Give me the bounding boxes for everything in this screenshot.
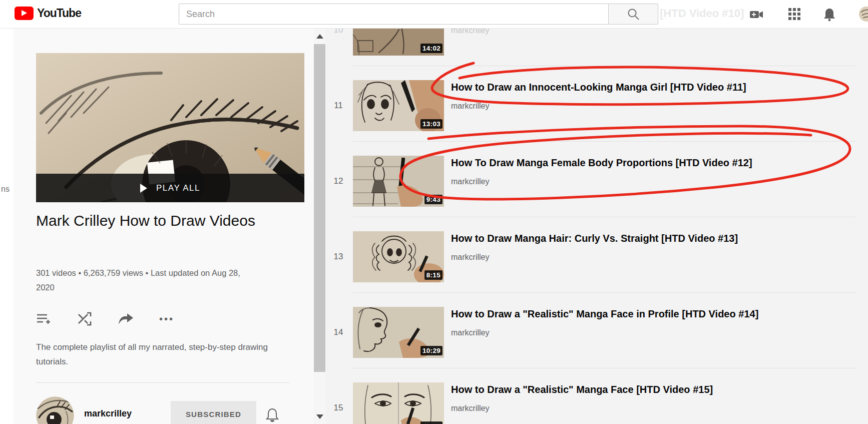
apps-grid-icon[interactable]	[788, 8, 802, 22]
playlist-thumbnail[interactable]: PLAY ALL	[36, 53, 304, 202]
video-thumbnail[interactable]: 13:03	[353, 80, 444, 131]
video-thumbnail[interactable]: 10:22	[353, 382, 444, 424]
video-row: 13 8:15 How to Draw Manga Hair: Curly Vs…	[325, 231, 868, 282]
subscribed-button[interactable]: SUBSCRIBED	[171, 401, 256, 424]
scroll-up-arrow[interactable]	[316, 34, 323, 39]
video-duration-badge: 9:43	[424, 195, 443, 204]
scrollbar-thumb[interactable]	[314, 44, 325, 372]
video-title[interactable]: How to Draw an Innocent-Looking Manga Gi…	[451, 82, 861, 93]
video-index: 12	[329, 176, 347, 186]
video-row: 15 10:22 How to Draw a "Realistic" Manga…	[325, 382, 868, 424]
panel-scrollbar[interactable]	[314, 28, 325, 424]
shuffle-icon[interactable]	[77, 311, 92, 326]
playlist-title: Mark Crilley How to Draw Videos	[36, 210, 256, 231]
scroll-down-arrow[interactable]	[316, 414, 323, 419]
channel-name[interactable]: markcrilley	[84, 408, 132, 419]
row-divider	[353, 217, 856, 217]
notification-bell-outline-icon[interactable]	[265, 407, 280, 422]
video-channel[interactable]: markcrilley	[451, 177, 489, 186]
more-actions-icon[interactable]: •••	[159, 311, 174, 326]
ghost-tooltip-text: [HTD Video #10]	[660, 7, 744, 20]
video-row: 11 13:03 How to Draw an Innocent-Looking…	[325, 80, 868, 131]
divider	[36, 382, 289, 383]
video-title[interactable]: How to Draw Manga Hair: Curly Vs. Straig…	[451, 233, 861, 244]
row-divider	[353, 368, 856, 368]
video-thumbnail[interactable]: 9:43	[353, 156, 444, 207]
youtube-wordmark: YouTube	[37, 7, 81, 20]
row-divider	[353, 292, 856, 293]
video-thumbnail[interactable]: 10:29	[353, 307, 444, 358]
video-row: 12 9:43 How To Draw Manga Female Body Pr…	[325, 156, 868, 207]
video-duration-badge: 14:02	[420, 44, 443, 53]
top-bar: YouTube [HTD Video #10]	[0, 0, 868, 29]
search-input[interactable]	[179, 4, 608, 25]
notifications-bell-icon[interactable]	[822, 8, 836, 22]
video-title[interactable]: How To Draw Manga Female Body Proportion…	[451, 157, 861, 169]
thumbnail-art	[353, 382, 444, 424]
row-divider	[353, 66, 856, 66]
video-title[interactable]: How to Draw a "Realistic" Manga Face in …	[451, 308, 861, 320]
create-video-icon[interactable]	[749, 8, 763, 22]
play-all-label: PLAY ALL	[156, 183, 200, 193]
search-button[interactable]	[608, 4, 658, 25]
video-thumbnail[interactable]: 8:15	[353, 231, 444, 282]
playlist-actions: •••	[36, 311, 200, 326]
youtube-logo[interactable]: YouTube	[15, 7, 81, 20]
video-title[interactable]: How to Draw a "Realistic" Manga Face [HT…	[451, 384, 861, 395]
avatar-eye-art	[36, 396, 74, 424]
playlist-stats: 301 videos • 6,263,759 views • Last upda…	[36, 266, 259, 295]
playlist-description: The complete playlist of all my narrated…	[36, 340, 271, 369]
video-index: 14	[329, 327, 347, 337]
video-channel[interactable]: markcrilley	[451, 253, 489, 262]
video-channel[interactable]: markcrilley	[451, 102, 489, 111]
row-divider	[353, 141, 856, 142]
video-index: 11	[329, 101, 347, 111]
play-icon	[140, 184, 147, 193]
channel-avatar[interactable]	[36, 396, 74, 424]
play-all-button[interactable]: PLAY ALL	[36, 174, 304, 202]
video-duration-badge: 8:15	[424, 270, 443, 280]
video-index: 13	[329, 252, 347, 262]
video-channel[interactable]: markcrilley	[451, 328, 489, 337]
video-duration-badge: 10:22	[420, 421, 443, 424]
guide-strip: ns	[0, 28, 14, 424]
account-avatar[interactable]	[859, 7, 868, 22]
search-icon	[627, 8, 640, 21]
video-duration-badge: 13:03	[420, 119, 443, 129]
playlist-video-list: 10 14:02 markcrilley 11 13:03 How to Dra…	[325, 0, 868, 424]
youtube-play-icon	[15, 7, 34, 20]
guide-partial-label: ns	[1, 185, 10, 194]
video-duration-badge: 10:29	[420, 346, 443, 355]
video-row: 14 10:29 How to Draw a "Realistic" Manga…	[325, 307, 868, 358]
video-index: 15	[329, 403, 347, 413]
add-to-playlist-icon[interactable]	[36, 311, 51, 326]
playlist-panel: PLAY ALL Mark Crilley How to Draw Videos…	[14, 28, 314, 424]
share-icon[interactable]	[118, 311, 133, 326]
video-channel[interactable]: markcrilley	[451, 404, 489, 413]
